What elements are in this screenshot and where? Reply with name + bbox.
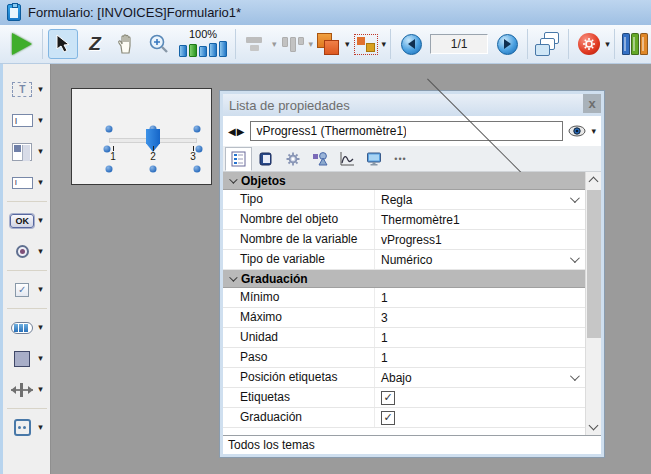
selection-mode-caret[interactable]: ▾ [382,40,387,49]
toolbar-separator [235,29,236,59]
property-row[interactable]: Paso 1 [223,348,585,368]
zoom-level-control[interactable]: 100% [176,29,230,59]
property-row[interactable]: Unidad 1 [223,328,585,348]
button-control[interactable]: OK ▾ [10,210,43,231]
curve-icon [339,151,355,167]
properties-scrollbar[interactable] [585,172,601,435]
settings-caret[interactable]: ▾ [605,40,610,49]
tab-chart[interactable] [333,147,360,171]
selection-handle[interactable] [194,126,201,133]
tab-general[interactable] [225,147,252,171]
chevron-down-icon[interactable] [570,193,580,203]
property-value[interactable]: 3 [381,311,577,325]
settings-button[interactable] [574,29,604,59]
button-control-caret[interactable]: ▾ [38,216,43,225]
selection-handle[interactable] [106,126,113,133]
graduacion-checkbox[interactable]: ✓ [381,411,395,425]
previous-page-button[interactable] [396,29,426,59]
property-value[interactable]: vProgress1 [381,233,577,247]
next-page-button[interactable] [492,29,522,59]
cascade-windows-button[interactable] [533,29,563,59]
edit-control-caret[interactable]: ▾ [38,116,43,125]
help-library-button[interactable] [620,29,650,59]
pan-tool-button[interactable] [112,29,142,59]
property-value[interactable]: Regla [381,193,570,207]
checkbox-control[interactable]: ✓ ▾ [10,279,43,300]
slider-control[interactable]: ▾ [10,379,43,400]
next-page-icon [497,34,518,55]
combo-control[interactable]: I ▾ [10,172,43,193]
select-tool-button[interactable] [48,29,78,59]
form-preview[interactable]: 1 2 3 [71,88,212,185]
window-title: Formulario: [INVOICES]Formulario1* [28,5,241,20]
spin-control-caret[interactable]: ▾ [38,423,43,432]
list-control[interactable]: ▾ [10,141,43,162]
property-row[interactable]: Mínimo 1 [223,288,585,308]
chevron-down-icon[interactable] [570,253,580,263]
static-text-caret[interactable]: ▾ [38,85,43,94]
zoom-tool-button[interactable] [144,29,174,59]
themes-footer-tab[interactable]: Todos los temas [223,435,601,454]
close-button[interactable]: x [583,94,601,113]
slider-control-caret[interactable]: ▾ [38,385,43,394]
tab-ui[interactable] [360,147,387,171]
shape-control-caret[interactable]: ▾ [38,354,43,363]
toolbar-separator [7,408,47,409]
tab-options[interactable] [279,147,306,171]
edit-control[interactable]: I ▾ [10,110,43,131]
scrollbar-thumb[interactable] [587,190,601,338]
progressbar-control-caret[interactable]: ▾ [38,323,43,332]
tab-order-tool-button[interactable]: Z [80,29,110,59]
layer-order-button[interactable] [314,29,344,59]
design-canvas[interactable]: 1 2 3 Lista de propiedades x ◀▶ vProgres… [52,64,651,474]
run-test-button[interactable] [7,29,37,59]
property-row[interactable]: Nombre del objeto Thermomètre1 [223,210,585,230]
toolbar-separator [7,201,47,202]
combo-control-caret[interactable]: ▾ [38,178,43,187]
display-options-button[interactable] [568,125,586,137]
progressbar-control[interactable]: ▾ [10,317,43,338]
static-text-control[interactable]: T ▾ [10,79,43,100]
radio-control-caret[interactable]: ▾ [38,247,43,256]
property-row[interactable]: Posición etiquetas Abajo [223,368,585,388]
element-selector[interactable]: vProgress1 (Thermomètre1) [250,121,563,141]
slider-tick-label: 1 [105,151,121,162]
property-value[interactable]: 1 [381,291,577,305]
selection-mode-button[interactable] [351,29,381,59]
controls-toolbar: T ▾ I ▾ ▾ I ▾ OK ▾ ▾ [3,64,51,474]
checkbox-control-caret[interactable]: ▾ [38,285,43,294]
property-value[interactable]: Thermomètre1 [381,213,577,227]
property-row[interactable]: Graduación ✓ [223,408,585,428]
tab-more[interactable]: ••• [387,147,414,171]
property-row[interactable]: Tipo de variable Numérico [223,250,585,270]
section-graduacion[interactable]: Graduación [223,270,585,288]
layer-order-caret[interactable]: ▾ [345,40,350,49]
chevron-down-icon[interactable] [570,371,580,381]
selection-handle[interactable] [106,166,113,173]
radio-control[interactable]: ▾ [10,241,43,262]
property-row[interactable]: Nombre de la variable vProgress1 [223,230,585,250]
section-objetos[interactable]: Objetos [223,172,585,190]
property-value[interactable]: 1 [381,331,577,345]
scroll-down-icon[interactable] [589,421,599,431]
tab-details[interactable] [252,147,279,171]
tab-style[interactable] [306,147,333,171]
spin-control[interactable]: ▾ [10,417,43,438]
property-row[interactable]: Máximo 3 [223,308,585,328]
property-value[interactable]: 1 [381,351,577,365]
properties-panel-titlebar[interactable]: Lista de propiedades x [223,94,601,116]
property-row[interactable]: Etiquetas ✓ [223,388,585,408]
property-value[interactable]: Abajo [381,371,570,385]
display-options-caret[interactable]: ▾ [591,127,596,136]
property-value[interactable]: Numérico [381,253,570,267]
property-row[interactable]: Tipo Regla [223,190,585,210]
selection-handle[interactable] [150,166,157,173]
form-document-icon [7,4,21,21]
selection-handle[interactable] [194,166,201,173]
list-control-caret[interactable]: ▾ [38,147,43,156]
shape-control[interactable]: ▾ [10,348,43,369]
etiquetas-checkbox[interactable]: ✓ [381,391,395,405]
element-prev-next-arrows[interactable]: ◀▶ [228,126,245,137]
window-titlebar[interactable]: Formulario: [INVOICES]Formulario1* [0,0,651,25]
scroll-up-icon[interactable] [589,177,599,187]
